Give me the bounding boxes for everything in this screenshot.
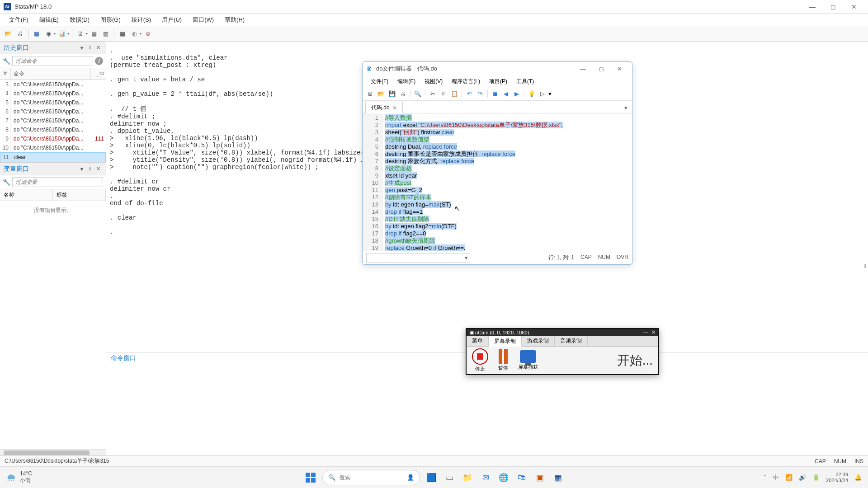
start-button[interactable] <box>303 470 318 485</box>
history-filter-input[interactable] <box>12 56 93 66</box>
ocam-minimize-icon[interactable]: — <box>643 329 648 335</box>
tray-chevron-icon[interactable]: ˄ <box>764 474 767 481</box>
code-editor[interactable]: //导入数据import excel "C:\Users\86150\Deskt… <box>382 113 632 251</box>
history-row[interactable]: 9do "C:\Users\86150\AppDa...111 <box>0 134 106 143</box>
help-icon[interactable]: 💡 <box>527 89 537 99</box>
paste-icon[interactable]: 📋 <box>449 89 459 99</box>
close-button[interactable]: ✕ <box>844 0 864 13</box>
history-row[interactable]: 10do "C:\Users\86150\AppDa... <box>0 143 106 152</box>
ocam-pause-button[interactable]: 暂停 <box>498 349 508 371</box>
menu-item[interactable]: 图形(G) <box>95 14 126 26</box>
history-row[interactable]: 6do "C:\Users\86150\AppDa... <box>0 107 106 116</box>
pin-icon[interactable]: ⇩ <box>86 165 94 173</box>
history-row[interactable]: 4do "C:\Users\86150\AppDa... <box>0 89 106 98</box>
taskbar-app-stata[interactable]: ▦ <box>551 471 565 484</box>
battery-icon[interactable]: 🔋 <box>812 474 820 481</box>
ocam-stop-button[interactable]: 停止 <box>472 348 488 372</box>
menu-item[interactable]: 文件(F) <box>366 76 393 87</box>
menu-item[interactable]: 项目(P) <box>485 76 512 87</box>
taskbar-search[interactable]: 🔍 搜索 👤 <box>322 470 420 485</box>
ime-indicator[interactable]: 中 <box>773 474 779 482</box>
tab-list-dropdown-icon[interactable]: ▾ <box>623 103 629 113</box>
taskbar-clock[interactable]: 22:39 2024/3/24 <box>826 472 848 483</box>
ocam-tab[interactable]: 菜单 <box>467 336 489 346</box>
data-editor-icon[interactable]: ▤ <box>89 28 99 39</box>
history-row[interactable]: 8do "C:\Users\86150\AppDa... <box>0 125 106 134</box>
viewer-icon[interactable]: ◉ <box>43 28 54 39</box>
more-icon[interactable]: ◐ <box>129 28 140 39</box>
ocam-tab[interactable]: 屏幕录制 <box>489 336 522 347</box>
ocam-tab[interactable]: 音频录制 <box>555 336 588 346</box>
history-row[interactable]: 7do "C:\Users\86150\AppDa... <box>0 116 106 125</box>
run-icon[interactable]: ▷ <box>538 89 547 99</box>
minimize-button[interactable]: — <box>802 0 823 13</box>
save-icon[interactable]: 💾 <box>387 89 397 99</box>
menu-item[interactable]: 用户(U) <box>156 14 187 26</box>
menu-item[interactable]: 视图(V) <box>420 76 447 87</box>
break-icon[interactable]: ⊘ <box>142 28 153 39</box>
history-row[interactable]: 5do "C:\Users\86150\AppDa... <box>0 98 106 107</box>
do-tab-active[interactable]: 代码.do ✕ <box>365 102 403 113</box>
run-dropdown-icon[interactable]: ▾ <box>548 90 552 97</box>
menu-item[interactable]: 编辑(E) <box>34 14 64 26</box>
tab-close-icon[interactable]: ✕ <box>392 105 397 111</box>
log-icon[interactable]: ▦ <box>31 28 42 39</box>
taskbar-app-mail[interactable]: ✉ <box>479 471 492 484</box>
new-file-icon[interactable]: 🗎 <box>365 89 375 99</box>
menu-item[interactable]: 窗口(W) <box>187 14 219 26</box>
taskbar-app-files[interactable]: 📁 <box>461 471 474 484</box>
dofile-new-icon[interactable]: 🗎 <box>75 28 86 39</box>
close-panel-icon[interactable]: ✕ <box>94 165 102 173</box>
wifi-icon[interactable]: 📶 <box>785 474 793 481</box>
command-input[interactable] <box>106 365 868 455</box>
find-icon[interactable]: 🔍 <box>413 89 423 99</box>
notifications-icon[interactable]: 🔔 <box>854 474 862 481</box>
weather-widget[interactable]: 🌧 14°C 小雨 <box>6 470 32 484</box>
history-row[interactable]: 11clear <box>0 152 106 162</box>
menu-item[interactable]: 程序语言(L) <box>447 76 485 87</box>
redo-icon[interactable]: ↷ <box>475 89 485 99</box>
close-panel-icon[interactable]: ✕ <box>94 44 102 52</box>
maximize-button[interactable]: ◻ <box>823 0 844 13</box>
info-icon[interactable]: i <box>95 57 103 65</box>
pin-icon[interactable]: ⇩ <box>86 44 94 52</box>
taskbar-app-copilot[interactable]: 🟦 <box>425 471 438 484</box>
data-browser-icon[interactable]: ▥ <box>100 28 111 39</box>
taskbar-app-edge[interactable]: 🌐 <box>497 471 510 484</box>
copy-icon[interactable]: ⎘ <box>439 89 448 99</box>
undo-icon[interactable]: ↶ <box>464 89 474 99</box>
menu-item[interactable]: 编辑(E) <box>393 76 420 87</box>
taskbar-app-explorer[interactable]: ▭ <box>443 471 456 484</box>
ocam-close-icon[interactable]: ✕ <box>651 329 656 335</box>
bookmark-next-icon[interactable]: ▶ <box>512 89 522 99</box>
bookmark-prev-icon[interactable]: ◀ <box>501 89 511 99</box>
bookmark-toggle-icon[interactable]: ◼ <box>490 89 500 99</box>
print-icon[interactable]: 🖨 <box>398 89 408 99</box>
menu-item[interactable]: 帮助(H) <box>219 14 250 26</box>
print-icon[interactable]: 🖨 <box>14 28 25 39</box>
filter-icon[interactable]: ▼ <box>78 44 86 52</box>
do-maximize-button[interactable]: ◻ <box>592 63 610 75</box>
pin-indicator-icon[interactable]: ⇩ <box>863 263 867 269</box>
ocam-capture-button[interactable]: 屏幕捕获 <box>518 350 538 371</box>
open-icon[interactable]: 📂 <box>3 28 14 39</box>
variables-filter-input[interactable] <box>12 177 103 187</box>
open-file-icon[interactable]: 📂 <box>376 89 386 99</box>
menu-item[interactable]: 工具(T) <box>512 76 538 87</box>
filter-icon[interactable]: ▼ <box>78 165 86 173</box>
do-minimize-button[interactable]: — <box>574 63 592 75</box>
taskbar-app-store[interactable]: 🛍 <box>515 471 528 484</box>
table-icon[interactable]: ▦ <box>117 28 128 39</box>
menu-item[interactable]: 数据(D) <box>64 14 95 26</box>
menu-item[interactable]: 统计(S) <box>126 14 156 26</box>
taskbar-app-powerpoint[interactable]: ▣ <box>533 471 547 484</box>
cut-icon[interactable]: ✂ <box>428 89 438 99</box>
wrench-icon[interactable]: 🔧 <box>3 178 10 186</box>
do-close-button[interactable]: ✕ <box>610 63 628 75</box>
menu-item[interactable]: 文件(F) <box>4 14 34 26</box>
history-row[interactable]: 3do "C:\Users\86150\AppDa... <box>0 80 106 89</box>
volume-icon[interactable]: 🔊 <box>799 474 806 481</box>
horizontal-scrollbar[interactable] <box>0 449 106 455</box>
ocam-tab[interactable]: 游戏录制 <box>522 336 555 346</box>
goto-combo[interactable]: ▾ <box>366 253 470 263</box>
